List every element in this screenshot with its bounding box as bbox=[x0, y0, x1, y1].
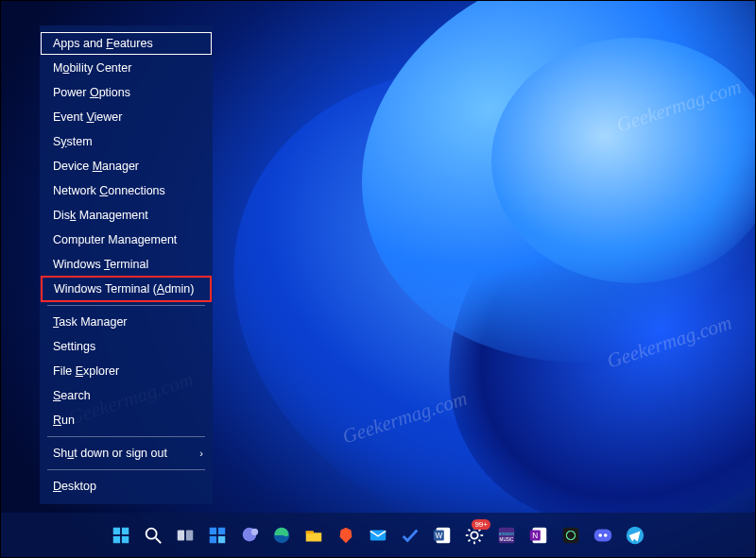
menu-item-disk-management[interactable]: Disk Management bbox=[40, 203, 213, 228]
menu-item-network-connections[interactable]: Network Connections bbox=[40, 178, 213, 203]
svg-line-5 bbox=[156, 538, 162, 544]
svg-rect-6 bbox=[178, 531, 184, 541]
menu-item-file-explorer[interactable]: File Explorer bbox=[40, 359, 213, 383]
svg-rect-2 bbox=[113, 536, 120, 543]
svg-point-4 bbox=[146, 529, 157, 539]
discord-button[interactable] bbox=[590, 522, 616, 549]
onenote-button[interactable]: N bbox=[525, 522, 552, 549]
svg-rect-9 bbox=[218, 528, 225, 534]
search-button[interactable] bbox=[140, 522, 166, 549]
svg-rect-35 bbox=[563, 528, 579, 544]
svg-point-41 bbox=[604, 533, 608, 537]
svg-text:N: N bbox=[532, 532, 538, 540]
menu-item-system[interactable]: System bbox=[40, 129, 213, 154]
explorer-icon bbox=[303, 525, 324, 546]
menu-item-desktop[interactable]: Desktop bbox=[40, 474, 213, 499]
menu-item-settings[interactable]: Settings bbox=[40, 334, 213, 359]
menu-item-power-options[interactable]: Power Options bbox=[40, 80, 213, 105]
svg-rect-39 bbox=[594, 530, 611, 542]
menu-item-mobility-center[interactable]: Mobility Center bbox=[40, 56, 213, 80]
svg-point-40 bbox=[598, 533, 602, 537]
mail-button[interactable] bbox=[365, 522, 391, 549]
chat-button[interactable] bbox=[236, 522, 263, 549]
svg-point-13 bbox=[251, 529, 258, 535]
menu-item-task-manager[interactable]: Task Manager bbox=[40, 310, 213, 334]
svg-line-26 bbox=[479, 540, 481, 542]
menu-item-device-manager[interactable]: Device Manager bbox=[40, 154, 213, 178]
notification-badge: 99+ bbox=[472, 519, 490, 530]
svg-text:amazon: amazon bbox=[499, 532, 515, 536]
mail-icon bbox=[368, 525, 388, 546]
word-icon: W bbox=[432, 525, 453, 546]
menu-item-run[interactable]: Run bbox=[40, 408, 213, 432]
task-view-button[interactable] bbox=[172, 522, 198, 549]
widgets-icon bbox=[207, 525, 228, 546]
svg-rect-10 bbox=[210, 536, 216, 543]
svg-text:MUSIC: MUSIC bbox=[500, 537, 514, 542]
svg-rect-3 bbox=[122, 536, 129, 543]
search-icon bbox=[143, 525, 163, 546]
edge-button[interactable] bbox=[268, 522, 295, 549]
taskview-icon bbox=[175, 525, 196, 546]
chevron-right-icon: › bbox=[199, 445, 203, 462]
menu-item-computer-management[interactable]: Computer Management bbox=[40, 228, 213, 252]
svg-rect-15 bbox=[306, 531, 314, 533]
edge-icon bbox=[271, 525, 292, 546]
menu-separator bbox=[47, 436, 205, 437]
svg-rect-16 bbox=[370, 531, 387, 541]
svg-point-20 bbox=[471, 532, 477, 538]
telegram-button[interactable] bbox=[622, 522, 648, 549]
amznmusic-icon: amazonMUSIC bbox=[496, 525, 517, 546]
menu-item-shutdown-signout[interactable]: Shut down or sign out› bbox=[40, 441, 213, 465]
svg-rect-0 bbox=[113, 528, 120, 534]
amazon-music-button[interactable]: amazonMUSIC bbox=[493, 522, 520, 549]
menu-item-apps-and-features[interactable]: Apps and Features bbox=[40, 31, 213, 56]
davinci-icon bbox=[560, 525, 581, 546]
svg-rect-11 bbox=[218, 536, 225, 543]
svg-line-27 bbox=[469, 540, 471, 542]
davinci-button[interactable] bbox=[558, 522, 584, 549]
menu-item-event-viewer[interactable]: Event Viewer bbox=[40, 105, 213, 129]
svg-rect-8 bbox=[210, 528, 216, 534]
settings-button[interactable]: 99+ bbox=[461, 522, 488, 549]
menu-item-windows-terminal-admin[interactable]: Windows Terminal (Admin) bbox=[41, 276, 212, 302]
start-icon bbox=[111, 525, 131, 546]
menu-item-search[interactable]: Search bbox=[40, 383, 213, 408]
desktop-background[interactable]: Geekermag.com Geekermag.com Geekermag.co… bbox=[0, 0, 756, 558]
svg-line-25 bbox=[469, 530, 471, 532]
widgets-button[interactable] bbox=[204, 522, 231, 549]
svg-rect-7 bbox=[186, 531, 193, 541]
menu-item-windows-terminal[interactable]: Windows Terminal bbox=[40, 252, 213, 277]
onenote-icon: N bbox=[528, 525, 549, 546]
svg-rect-1 bbox=[122, 528, 129, 534]
file-explorer-button[interactable] bbox=[301, 522, 327, 549]
taskbar: W99+amazonMUSICN bbox=[0, 513, 756, 558]
chat-icon bbox=[239, 525, 260, 546]
winx-power-menu: Apps and FeaturesMobility CenterPower Op… bbox=[40, 25, 213, 504]
word-button[interactable]: W bbox=[429, 522, 455, 549]
menu-separator bbox=[47, 305, 205, 306]
telegram-icon bbox=[625, 525, 645, 546]
brave-button[interactable] bbox=[333, 522, 359, 549]
brave-icon bbox=[335, 525, 356, 546]
menu-separator bbox=[47, 469, 205, 470]
start-button[interactable] bbox=[108, 522, 134, 549]
todo-icon bbox=[400, 525, 421, 546]
discord-icon bbox=[593, 525, 613, 546]
svg-text:W: W bbox=[435, 532, 442, 540]
todo-button[interactable] bbox=[397, 522, 423, 549]
